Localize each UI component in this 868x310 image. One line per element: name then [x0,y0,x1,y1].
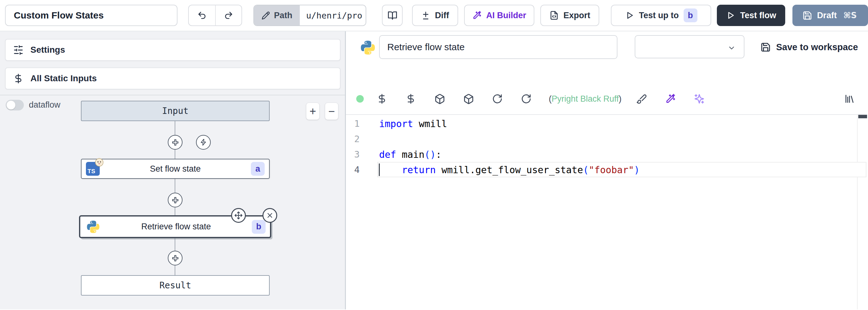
file-code-icon [549,11,559,20]
save-to-workspace-label: Save to workspace [776,42,858,52]
bun-icon [95,158,103,167]
reload-icon[interactable] [491,92,504,105]
trigger-button[interactable] [196,135,211,150]
step-label: Retrieve flow state [100,222,252,231]
step-name-value: Retrieve flow state [387,42,465,52]
save-icon [761,42,771,52]
step-editor-header: Retrieve flow state Save to workspace [346,31,867,83]
package-icon-2[interactable] [462,92,475,105]
play-icon [726,11,735,20]
path-button-left: Path [254,5,300,25]
zoom-out-button[interactable]: − [325,103,338,120]
diff-label: Diff [435,11,449,20]
result-node-label: Result [159,280,191,290]
book-open-icon [388,11,397,20]
test-up-to-label: Test up to [639,11,679,20]
undo-icon [197,11,207,20]
undo-redo-group [188,5,242,26]
test-up-to-button[interactable]: Test up to b [611,5,711,26]
step-id-badge: b [252,220,266,234]
dataflow-label: dataflow [29,100,61,110]
dataflow-toggle[interactable] [6,100,24,110]
export-button[interactable]: Export [540,5,599,26]
result-node[interactable]: Result [81,275,270,295]
input-node[interactable]: Input [81,101,270,121]
step-name-input[interactable]: Retrieve flow state [379,35,617,59]
python-icon [360,39,376,56]
diff-button[interactable]: Diff [412,5,458,26]
all-static-inputs-label: All Static Inputs [30,74,97,83]
diff-icon [421,11,430,20]
flow-left-panel: Settings All Static Inputs dataflow Inpu… [0,31,346,309]
delete-step-button[interactable] [262,208,277,223]
play-icon [625,11,634,20]
code-assistants-status: (Pyright Black Ruff) [549,94,622,104]
static-inputs-icon[interactable] [376,92,388,105]
flow-title-input[interactable]: Custom Flow States [5,5,178,26]
scrollbar-cursor-mark[interactable] [858,115,867,118]
step-label: Set flow state [100,164,251,174]
input-node-label: Input [162,106,188,116]
chevron-down-icon [727,44,736,52]
draft-button[interactable]: Draft ⌘S [793,5,868,26]
line-number[interactable]: 1 [346,116,360,132]
add-step-button-1[interactable] [168,135,183,150]
undo-button[interactable] [189,5,215,25]
move-step-button[interactable] [231,208,246,223]
format-brush-icon[interactable] [635,92,648,105]
python-icon [86,220,100,234]
editor-scrollbar-track[interactable] [857,115,858,309]
variables-icon[interactable] [405,92,417,105]
ai-builder-label: AI Builder [486,11,527,20]
editor-toolbar: (Pyright Black Ruff) [346,83,867,114]
lsp-status-dot [356,95,364,103]
settings-label: Settings [30,45,65,55]
flow-title-value: Custom Flow States [14,10,104,21]
test-flow-label: Test flow [740,11,776,20]
step-editor-panel: Retrieve flow state Save to workspace [346,31,867,309]
pencil-icon [261,11,270,20]
test-flow-button[interactable]: Test flow [717,5,785,26]
path-button[interactable]: Path u/henri/pro [253,5,366,26]
ai-builder-button[interactable]: AI Builder [464,5,534,26]
code-line[interactable]: import wmill [379,116,447,132]
draft-shortcut: ⌘S [843,11,857,20]
path-label: Path [274,11,292,20]
zoom-in-button[interactable]: + [306,103,319,120]
save-to-workspace-button[interactable]: Save to workspace [761,31,858,63]
draft-label: Draft [817,11,837,20]
toggle-knob [7,101,16,110]
line-number[interactable]: 2 [346,132,360,147]
path-value: u/henri/pro [300,5,366,25]
add-step-button-3[interactable] [168,251,183,265]
ai-sparkles-icon[interactable] [693,92,706,105]
typescript-bun-icon: TS [86,162,100,176]
code-line[interactable]: return wmill.get_flow_user_state("foobar… [379,162,640,177]
dollar-icon [13,74,24,84]
wand-sparkles-icon [472,11,482,20]
settings-card[interactable]: Settings [5,39,341,61]
text-cursor [379,164,380,176]
line-number[interactable]: 4 [346,162,360,177]
code-editor[interactable]: 1import wmill23def main():4 return wmill… [346,115,867,309]
code-line[interactable]: def main(): [379,147,441,162]
redo-icon [224,11,233,20]
export-label: Export [563,11,590,20]
sliders-icon [13,45,24,55]
step-id-badge: a [251,162,265,176]
docs-button[interactable] [382,5,403,26]
test-up-to-step-badge: b [684,8,698,22]
step-node-set-flow-state[interactable]: TS Set flow state a [81,159,270,179]
all-static-inputs-card[interactable]: All Static Inputs [5,67,341,89]
flow-graph-canvas: dataflow Input + − TS [0,95,346,309]
add-step-button-2[interactable] [168,193,183,207]
redo-button[interactable] [215,5,242,25]
ai-wand-icon[interactable] [664,92,677,105]
line-number[interactable]: 3 [346,147,360,162]
save-icon [802,11,812,20]
library-icon[interactable] [843,92,856,105]
topbar: Custom Flow States Path u/henri/pro [0,0,868,31]
package-icon[interactable] [433,92,446,105]
worker-tag-select[interactable] [635,35,744,58]
reload-icon-2[interactable] [520,92,532,105]
